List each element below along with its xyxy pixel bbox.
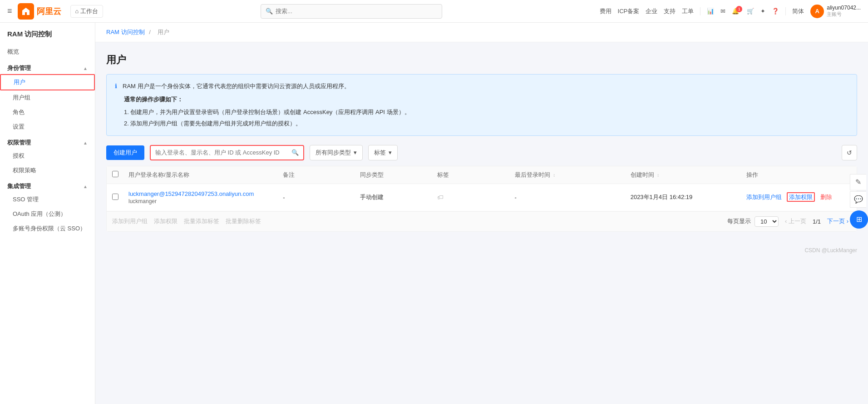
nav-star-icon[interactable]: ✦	[760, 8, 765, 15]
nav-icp[interactable]: ICP备案	[618, 7, 640, 15]
sidebar-item-oauth[interactable]: OAuth 应用（公测）	[0, 207, 95, 221]
select-all-checkbox[interactable]	[112, 171, 118, 177]
info-steps-label: 通常的操作步骤如下：	[124, 94, 848, 105]
logo-area[interactable]: 阿里云	[18, 3, 61, 20]
sidebar-item-authorization[interactable]: 授权	[0, 149, 95, 163]
user-area[interactable]: A aliyun07042... 主账号	[810, 5, 861, 18]
nav-workorder[interactable]: 工单	[682, 7, 694, 15]
sidebar-item-overview[interactable]: 概览	[0, 44, 95, 60]
th-last-login: 最后登录时间 ↕	[509, 171, 625, 179]
search-icon: 🔍	[266, 8, 273, 15]
main-layout: RAM 访问控制 概览 身份管理 ▲ 用户 用户组 角色 设置 权限管理 ▲ 授…	[0, 23, 868, 404]
breadcrumb-separator: /	[149, 29, 152, 35]
sidebar-section-integration[interactable]: 集成管理 ▲	[0, 178, 95, 192]
sidebar: RAM 访问控制 概览 身份管理 ▲ 用户 用户组 角色 设置 权限管理 ▲ 授…	[0, 23, 95, 404]
workbench-icon: ⌂	[75, 8, 79, 15]
nav-support[interactable]: 支持	[664, 7, 676, 15]
logo-text: 阿里云	[37, 6, 61, 17]
pagination: 每页显示 10 20 50 ‹ 上一页 1/1 下一页 ›	[727, 216, 851, 227]
nav-bell-icon[interactable]: 🔔1	[732, 8, 740, 15]
breadcrumb: RAM 访问控制 / 用户	[95, 23, 868, 42]
sidebar-auth-label: 授权	[13, 152, 25, 159]
chat-icon: 💬	[854, 195, 863, 204]
th-actions: 操作	[741, 171, 857, 179]
sync-type-dropdown[interactable]: 所有同步类型 ▾	[310, 145, 363, 160]
add-to-group-button[interactable]: 添加到用户组	[746, 194, 782, 200]
nav-enterprise[interactable]: 企业	[646, 7, 657, 15]
row-checkbox	[107, 194, 123, 201]
created-sort-icon[interactable]: ↕	[657, 173, 659, 178]
refresh-button[interactable]: ↺	[842, 145, 857, 160]
delete-button[interactable]: 删除	[820, 194, 832, 200]
user-display-name: luckmanger	[128, 198, 272, 204]
sidebar-item-permission-policy[interactable]: 权限策略	[0, 163, 95, 178]
search-bar[interactable]: 🔍	[261, 4, 442, 19]
info-step2: 2. 添加用户到用户组（需要先创建用户组并完成对用户组的授权）。	[124, 118, 848, 129]
sidebar-item-sso[interactable]: SSO 管理	[0, 192, 95, 207]
sidebar-users-label: 用户	[14, 79, 25, 85]
sidebar-item-user-groups[interactable]: 用户组	[0, 90, 95, 105]
nav-monitor-icon[interactable]: 📊	[707, 8, 714, 15]
user-search-box[interactable]: 🔍	[150, 145, 304, 160]
bulk-add-tags-button[interactable]: 批量添加标签	[184, 217, 219, 225]
avatar: A	[810, 5, 824, 18]
chevron-up-icon3: ▲	[83, 184, 88, 189]
sidebar-item-roles[interactable]: 角色	[0, 105, 95, 120]
sidebar-item-settings[interactable]: 设置	[0, 120, 95, 134]
row-username: luckmanger@1529472820497253.onaliyun.com…	[123, 190, 277, 204]
row-select-checkbox[interactable]	[112, 194, 118, 200]
row-sync-type: 手动创建	[355, 193, 432, 201]
sidebar-settings-label: 设置	[13, 123, 25, 130]
grid-icon: ⊞	[856, 215, 862, 224]
right-float-panel: ✎ 💬 ⊞	[850, 174, 868, 230]
user-name: aliyun07042...	[827, 5, 861, 11]
float-edit-button[interactable]: ✎	[850, 174, 866, 190]
sidebar-permission-label: 权限管理	[7, 139, 31, 147]
sidebar-item-users[interactable]: 用户	[0, 74, 95, 90]
row-created: 2023年1月4日 16:42:19	[625, 193, 741, 201]
sidebar-roles-label: 角色	[13, 109, 25, 115]
info-icon: ℹ	[115, 81, 117, 91]
info-box: ℹ RAM 用户是一个身份实体，它通常代表您的组织中需要访问云资源的人员或应用程…	[106, 74, 857, 136]
table-bottom-bar: 添加到用户组 添加权限 批量添加标签 批量删除标签 每页显示 10 20 50	[107, 211, 857, 231]
sidebar-section-identity[interactable]: 身份管理 ▲	[0, 60, 95, 74]
create-user-button[interactable]: 创建用户	[106, 145, 144, 160]
footer-note: CSDN @LuckManger	[95, 243, 868, 258]
user-link[interactable]: luckmanger@1529472820497253.onaliyun.com	[128, 190, 254, 197]
menu-icon[interactable]: ≡	[7, 6, 12, 16]
info-intro-text: RAM 用户是一个身份实体，它通常代表您的组织中需要访问云资源的人员或应用程序。	[123, 81, 350, 91]
float-grid-button[interactable]: ⊞	[850, 210, 868, 229]
sidebar-collapse-button[interactable]: ‹	[95, 114, 95, 130]
nav-divider2	[785, 7, 786, 15]
bulk-add-perm-button[interactable]: 添加权限	[154, 217, 178, 225]
prev-page-button[interactable]: ‹ 上一页	[782, 216, 809, 226]
row-actions: 添加到用户组 添加权限 删除	[741, 193, 857, 201]
nav-fee[interactable]: 费用	[600, 7, 612, 15]
row-notes: -	[277, 194, 355, 201]
breadcrumb-parent[interactable]: RAM 访问控制	[106, 29, 145, 35]
nav-mail-icon[interactable]: ✉	[720, 8, 725, 15]
tag-dropdown[interactable]: 标签 ▾	[368, 145, 398, 160]
sidebar-title: RAM 访问控制	[0, 30, 95, 44]
sidebar-item-multi-account[interactable]: 多账号身份权限（云 SSO）	[0, 221, 95, 236]
last-login-sort-icon[interactable]: ↕	[553, 173, 555, 178]
users-table: 用户登录名称/显示名称 备注 同步类型 标签 最后登录时间 ↕ 创建时间 ↕ 操…	[106, 166, 857, 232]
nav-language[interactable]: 简体	[792, 7, 804, 15]
nav-cart-icon[interactable]: 🛒	[747, 8, 754, 15]
th-tags: 标签	[432, 171, 509, 179]
user-search-input[interactable]	[155, 149, 291, 156]
float-chat-button[interactable]: 💬	[850, 191, 866, 208]
page-size-select[interactable]: 10 20 50	[755, 216, 779, 227]
search-input[interactable]	[276, 8, 437, 15]
bulk-add-group-button[interactable]: 添加到用户组	[112, 217, 148, 225]
next-page-button[interactable]: 下一页 ›	[824, 216, 851, 226]
bulk-remove-tags-button[interactable]: 批量删除标签	[226, 217, 261, 225]
tag-icon: 🏷	[437, 194, 444, 201]
workbench-button[interactable]: ⌂ 工作台	[70, 5, 104, 18]
search-icon2[interactable]: 🔍	[291, 149, 299, 156]
table-row: luckmanger@1529472820497253.onaliyun.com…	[107, 184, 857, 211]
add-permission-button[interactable]: 添加权限	[787, 192, 815, 202]
sidebar-section-permission[interactable]: 权限管理 ▲	[0, 134, 95, 149]
nav-help-icon[interactable]: ❓	[772, 8, 779, 15]
sidebar-identity-label: 身份管理	[7, 64, 31, 72]
